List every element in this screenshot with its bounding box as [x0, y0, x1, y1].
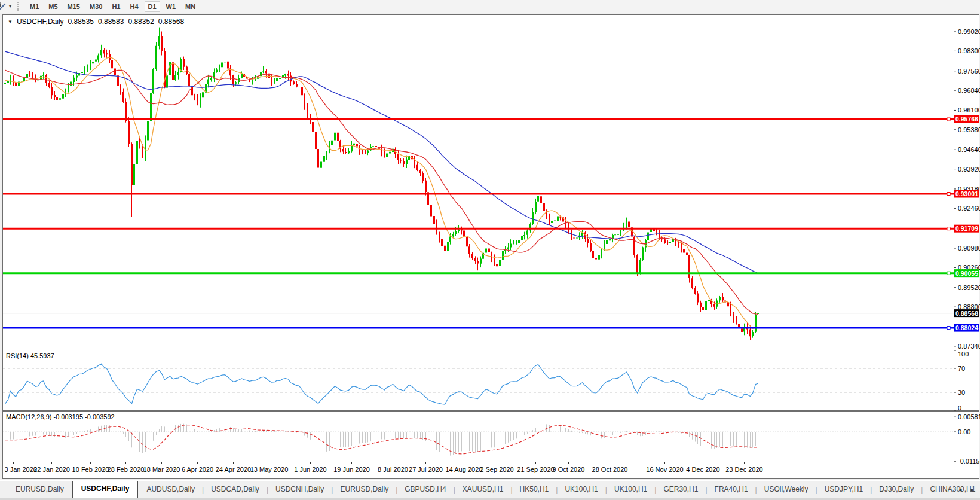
current-price-label: 0.88568 — [954, 309, 979, 317]
macd-tick-label: 0.005818 — [958, 413, 980, 420]
chart-tab-eurusd-daily[interactable]: EURUSD,Daily — [8, 482, 71, 498]
timeframe-button-m5[interactable]: M5 — [45, 1, 61, 12]
chart-tab-audusd-daily[interactable]: AUDUSD,Daily — [139, 482, 202, 498]
price-tick-label: 0.96840 — [958, 87, 980, 94]
ohlc-open: 0.88535 — [68, 17, 94, 26]
chart-title: ▼ USDCHF,Daily 0.88535 0.88583 0.88352 0… — [8, 17, 184, 26]
resistance-price-label-text: 0.91709 — [956, 225, 978, 232]
date-tick-label: 10 Feb 2020 — [72, 466, 109, 473]
chart-tab-usoil-weekly[interactable]: USOil,Weekly — [757, 482, 816, 498]
date-tick-label: 13 May 2020 — [250, 466, 289, 473]
chart-tab-uk100-h1[interactable]: UK100,H1 — [607, 482, 654, 498]
chart-tab-bar: EURUSD,DailyUSDCHF,DailyAUDUSD,Daily|USD… — [0, 480, 980, 500]
chart-tab-usdcad-daily[interactable]: USDCAD,Daily — [204, 482, 267, 498]
timeframe-button-group: M1M5M15M30H1H4D1W1MN — [25, 1, 200, 12]
price-tick-label: 0.98300 — [958, 47, 980, 54]
chart-window: 0.990200.983000.975600.968400.961000.953… — [0, 13, 980, 480]
toolbar-drag-handle[interactable] — [17, 2, 20, 11]
price-tick-label: 0.92460 — [958, 205, 980, 212]
rsi-tick-label: 30 — [958, 389, 965, 396]
top-toolbar: ▾ M1M5M15M30H1H4D1W1MN — [0, 0, 980, 13]
price-chart-canvas[interactable]: 0.990200.983000.975600.968400.961000.953… — [0, 13, 980, 480]
timeframe-button-m30[interactable]: M30 — [86, 1, 106, 12]
support-price-label-text: 0.90055 — [956, 270, 978, 277]
price-tick-label: 0.93920 — [958, 166, 980, 173]
timeframe-button-m1[interactable]: M1 — [26, 1, 42, 12]
chart-tab-eurusd-daily[interactable]: EURUSD,Daily — [333, 482, 396, 498]
price-tick-label: 0.99020 — [958, 28, 980, 35]
date-tick-label: 16 Nov 2020 — [646, 466, 683, 473]
date-tick-label: 24 Apr 2020 — [216, 466, 251, 473]
date-tick-label: 23 Dec 2020 — [725, 466, 762, 473]
price-tick-label: 0.89520 — [958, 284, 980, 291]
date-tick-label: 3 Jan 2020 — [5, 466, 37, 473]
timeframe-button-w1[interactable]: W1 — [163, 1, 180, 12]
price-tick-label: 0.97560 — [958, 68, 980, 75]
line-anchor-marker[interactable] — [947, 118, 950, 121]
support-price-label-text: 0.88024 — [956, 324, 978, 331]
line-anchor-marker[interactable] — [947, 227, 950, 230]
chart-plot-area[interactable] — [3, 16, 954, 349]
timeframe-button-h1[interactable]: H1 — [108, 1, 124, 12]
timeframe-button-m15[interactable]: M15 — [64, 1, 84, 12]
line-anchor-marker[interactable] — [947, 272, 950, 275]
resistance-price-label: 0.95766 — [954, 115, 979, 123]
date-tick-label: 18 Mar 2020 — [143, 466, 180, 473]
chart-tab-uk100-h1[interactable]: UK100,H1 — [558, 482, 605, 498]
ohlc-close: 0.88568 — [158, 17, 184, 26]
date-tick-label: 28 Oct 2020 — [592, 466, 628, 473]
date-tick-label: 28 Feb 2020 — [108, 466, 145, 473]
timeframe-button-h4[interactable]: H4 — [126, 1, 142, 12]
support-price-label: 0.90055 — [954, 269, 979, 277]
rsi-tick-label: 0 — [958, 404, 961, 411]
rsi-tick-label: 100 — [958, 350, 969, 358]
resistance-price-label: 0.91709 — [954, 225, 979, 233]
chart-tab-hk50-h1[interactable]: HK50,H1 — [513, 482, 556, 498]
chart-tab-dj30-daily[interactable]: DJ30,Daily — [872, 482, 921, 498]
chart-tab-xauusd-h1[interactable]: XAUUSD,H1 — [455, 482, 511, 498]
rsi-indicator-label: RSI(14) 45.5937 — [6, 352, 54, 359]
price-tick-label: 0.94640 — [958, 146, 980, 153]
chart-tab-ger30-h1[interactable]: GER30,H1 — [656, 482, 705, 498]
ohlc-low: 0.88352 — [128, 17, 154, 26]
price-tick-label: 0.96100 — [958, 106, 980, 114]
date-tick-label: 19 Jun 2020 — [333, 466, 370, 473]
macd-tick-label: -0.011514 — [958, 458, 980, 465]
date-tick-label: 21 Sep 2020 — [517, 466, 554, 473]
tab-scroll-controls: ◄ ► — [957, 487, 975, 493]
chart-tab-fra40-h1[interactable]: FRA40,H1 — [708, 482, 755, 498]
timeframe-button-d1[interactable]: D1 — [145, 1, 160, 12]
rsi-tick-label: 70 — [958, 365, 965, 372]
price-tick-label: 0.90980 — [958, 245, 980, 252]
date-tick-label: 14 Aug 2020 — [446, 466, 483, 473]
tab-scroll-right-button[interactable]: ► — [970, 487, 975, 493]
date-tick-label: 8 Jul 2020 — [378, 466, 408, 473]
chart-tab-usdjpy-h1[interactable]: USDJPY,H1 — [817, 482, 870, 498]
chart-tab-gbpusd-h4[interactable]: GBPUSD,H4 — [397, 482, 453, 498]
date-tick-label: 4 Dec 2020 — [686, 466, 719, 473]
date-tick-label: 22 Jan 2020 — [33, 466, 70, 473]
resistance-price-label: 0.93001 — [954, 190, 979, 197]
chart-tab-usdcnh-daily[interactable]: USDCNH,Daily — [268, 482, 331, 498]
date-tick-label: 9 Oct 2020 — [553, 466, 585, 473]
chart-title-symbol: USDCHF,Daily — [17, 17, 64, 26]
collapse-arrow-icon[interactable]: ▼ — [8, 19, 13, 25]
resistance-price-label-text: 0.93001 — [956, 190, 978, 197]
tool-dropdown-arrow-icon[interactable]: ▾ — [9, 4, 11, 9]
line-anchor-marker[interactable] — [947, 192, 950, 195]
support-price-label: 0.88024 — [954, 324, 979, 332]
date-tick-label: 1 Jun 2020 — [294, 466, 326, 473]
resistance-price-label-text: 0.95766 — [956, 115, 978, 123]
line-anchor-marker[interactable] — [947, 327, 950, 330]
window-bottom-strip — [0, 498, 980, 500]
current-price-label-text: 0.88568 — [956, 310, 978, 317]
chart-tab-usdchf-daily[interactable]: USDCHF,Daily — [72, 481, 139, 498]
tab-scroll-left-button[interactable]: ◄ — [957, 487, 963, 493]
drawing-tool-icon[interactable] — [0, 1, 8, 12]
price-tick-label: 0.95380 — [958, 126, 980, 133]
date-tick-label: 6 Apr 2020 — [182, 466, 213, 473]
ohlc-high: 0.88583 — [98, 17, 124, 26]
timeframe-button-mn[interactable]: MN — [182, 1, 199, 12]
macd-indicator-label: MACD(12,26,9) -0.003195 -0.003592 — [6, 413, 115, 420]
macd-tick-label: 0.00 — [958, 428, 970, 435]
